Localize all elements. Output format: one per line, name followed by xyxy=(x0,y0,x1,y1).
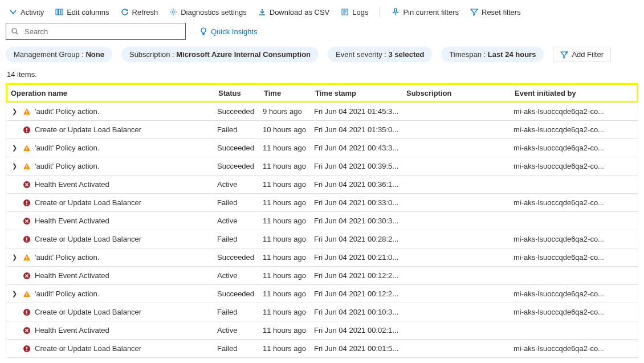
pill-event-severity[interactable]: Event severity : 3 selected xyxy=(328,47,432,62)
svg-rect-13 xyxy=(26,165,27,168)
svg-rect-7 xyxy=(26,113,27,113)
status-warn-icon xyxy=(22,162,31,171)
expand-chevron-icon[interactable]: ❯ xyxy=(10,254,19,261)
table-row[interactable]: ❯Health Event ActivatedActive11 hours ag… xyxy=(6,267,638,285)
operation-name-cell: 'audit' Policy action. xyxy=(35,162,99,170)
table-row[interactable]: ❯Create or Update Load BalancerFailed11 … xyxy=(6,340,638,358)
status-cell: Active xyxy=(217,326,263,335)
status-x-icon xyxy=(22,217,31,226)
svg-rect-22 xyxy=(26,240,27,242)
timestamp-cell: Fri Jun 04 2021 00:01:5... xyxy=(314,344,405,353)
add-filter-button[interactable]: Add Filter xyxy=(553,47,611,62)
pill-subscription[interactable]: Subscription : Microsoft Azure Internal … xyxy=(121,47,319,62)
download-csv-button[interactable]: Download as CSV xyxy=(258,8,330,17)
status-error-icon xyxy=(22,198,31,207)
svg-rect-18 xyxy=(26,204,27,205)
activity-label: Activity xyxy=(21,8,44,17)
status-x-icon xyxy=(22,326,31,335)
activity-button[interactable]: Activity xyxy=(9,8,44,17)
time-cell: 11 hours ago xyxy=(263,344,314,353)
quick-insights-button[interactable]: Quick Insights xyxy=(199,27,258,36)
svg-rect-6 xyxy=(26,111,27,113)
table-row[interactable]: ❯Health Event ActivatedActive11 hours ag… xyxy=(6,212,638,230)
toolbar: Activity Edit columns Refresh Diagnostic… xyxy=(6,5,638,23)
search-row: Quick Insights xyxy=(6,23,638,47)
search-box[interactable] xyxy=(6,23,186,40)
svg-rect-12 xyxy=(26,149,27,150)
table-row[interactable]: ❯'audit' Policy action.Succeeded11 hours… xyxy=(6,285,638,303)
timestamp-cell: Fri Jun 04 2021 00:02:1... xyxy=(314,326,405,335)
table-row[interactable]: ❯'audit' Policy action.Succeeded11 hours… xyxy=(6,157,638,176)
header-timestamp[interactable]: Time stamp xyxy=(315,89,406,97)
edit-columns-label: Edit columns xyxy=(67,8,109,17)
header-subscription[interactable]: Subscription xyxy=(406,89,515,97)
search-input[interactable] xyxy=(23,27,181,36)
time-cell: 11 hours ago xyxy=(263,271,314,280)
time-cell: 11 hours ago xyxy=(263,235,314,243)
operation-name-cell: Health Event Activated xyxy=(35,326,109,335)
pill-timespan[interactable]: Timespan : Last 24 hours xyxy=(441,47,544,62)
svg-rect-17 xyxy=(26,201,27,203)
status-cell: Active xyxy=(217,271,263,280)
svg-point-3 xyxy=(172,11,174,13)
header-initiated-by[interactable]: Event initiated by xyxy=(515,89,637,97)
svg-rect-0 xyxy=(56,9,58,15)
status-error-icon xyxy=(22,308,31,317)
expand-chevron-icon[interactable]: ❯ xyxy=(10,162,19,170)
status-cell: Failed xyxy=(217,125,263,134)
reset-filters-button[interactable]: Reset filters xyxy=(470,8,521,17)
table-row[interactable]: ❯Create or Update Load BalancerFailed11 … xyxy=(6,303,638,321)
expand-chevron-icon[interactable]: ❯ xyxy=(10,144,19,152)
logs-label: Logs xyxy=(352,8,368,17)
status-error-icon xyxy=(22,235,31,244)
table-row[interactable]: ❯Health Event ActivatedActive11 hours ag… xyxy=(6,321,638,340)
pin-filters-button[interactable]: Pin current filters xyxy=(392,8,459,17)
table-row[interactable]: ❯Health Event ActivatedActive11 hours ag… xyxy=(6,176,638,194)
chevron-down-icon xyxy=(9,8,17,16)
refresh-icon xyxy=(121,8,129,16)
operation-name-cell: Health Event Activated xyxy=(35,180,109,189)
refresh-button[interactable]: Refresh xyxy=(121,8,158,17)
reset-label: Reset filters xyxy=(482,8,521,17)
diagnostics-button[interactable]: Diagnostics settings xyxy=(169,8,247,17)
table-row[interactable]: ❯Create or Update Load BalancerFailed10 … xyxy=(6,121,638,139)
header-operation[interactable]: Operation name xyxy=(7,89,218,97)
timestamp-cell: Fri Jun 04 2021 00:30:3... xyxy=(314,217,405,225)
logs-button[interactable]: Logs xyxy=(341,8,368,17)
initiated-by-cell: mi-aks-lsuoccqde6qa2-co... xyxy=(513,344,638,353)
pin-icon xyxy=(392,8,400,16)
status-x-icon xyxy=(22,271,31,280)
header-time[interactable]: Time xyxy=(264,89,315,97)
table-row[interactable]: ❯Create or Update Load BalancerFailed11 … xyxy=(6,194,638,212)
status-warn-icon xyxy=(22,107,31,116)
svg-point-5 xyxy=(12,28,17,33)
timestamp-cell: Fri Jun 04 2021 00:28:2... xyxy=(314,235,405,243)
svg-rect-30 xyxy=(26,313,27,315)
table-row[interactable]: ❯'audit' Policy action.Succeeded11 hours… xyxy=(6,139,638,157)
table-row[interactable]: ❯'audit' Policy action.Succeeded9 hours … xyxy=(6,103,638,121)
timestamp-cell: Fri Jun 04 2021 00:21:0... xyxy=(314,253,405,262)
lightbulb-icon xyxy=(199,27,207,35)
header-status[interactable]: Status xyxy=(218,89,264,97)
svg-rect-23 xyxy=(26,256,27,259)
timestamp-cell: Fri Jun 04 2021 00:12:2... xyxy=(314,289,405,298)
operation-name-cell: Create or Update Load Balancer xyxy=(35,344,141,353)
svg-rect-24 xyxy=(26,259,27,259)
table-row[interactable]: ❯Create or Update Load BalancerFailed11 … xyxy=(6,230,638,248)
status-cell: Succeeded xyxy=(217,162,263,170)
operation-name-cell: 'audit' Policy action. xyxy=(35,253,99,262)
svg-rect-26 xyxy=(26,293,27,295)
expand-chevron-icon[interactable]: ❯ xyxy=(10,290,19,297)
initiated-by-cell: mi-aks-lsuoccqde6qa2-co... xyxy=(513,125,638,134)
timestamp-cell: Fri Jun 04 2021 00:33:0... xyxy=(314,198,405,207)
time-cell: 11 hours ago xyxy=(263,198,314,207)
status-cell: Failed xyxy=(217,308,263,316)
time-cell: 9 hours ago xyxy=(263,107,314,116)
edit-columns-button[interactable]: Edit columns xyxy=(55,8,109,17)
svg-rect-11 xyxy=(26,147,27,149)
pill-management-group[interactable]: Management Group : None xyxy=(6,47,112,62)
table-row[interactable]: ❯'audit' Policy action.Succeeded11 hours… xyxy=(6,248,638,267)
grid-header-row: Operation name Status Time Time stamp Su… xyxy=(6,83,638,103)
svg-rect-1 xyxy=(59,9,60,15)
expand-chevron-icon[interactable]: ❯ xyxy=(10,108,19,115)
